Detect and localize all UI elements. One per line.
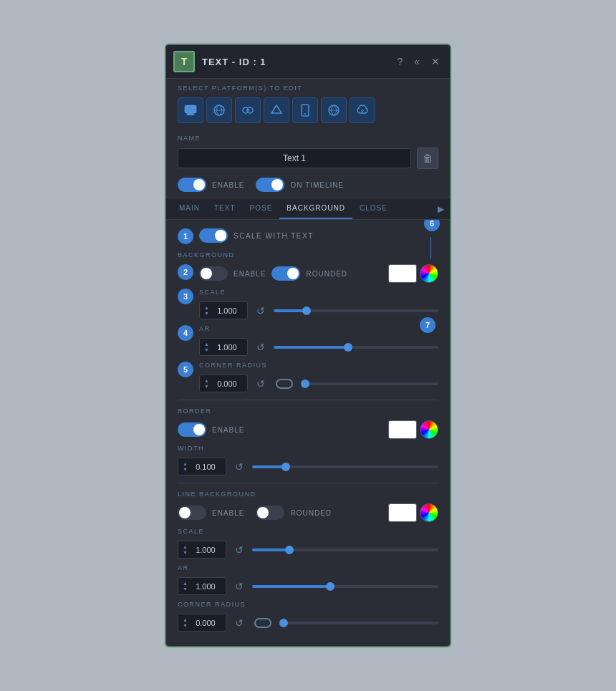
delete-button[interactable]: 🗑 bbox=[417, 148, 438, 169]
panel-title: TEXT - ID : 1 bbox=[202, 57, 387, 67]
ar-up[interactable]: ▲ bbox=[204, 342, 209, 347]
line-bg-ar-reset[interactable]: ↺ bbox=[232, 579, 246, 594]
scale-reset[interactable]: ↺ bbox=[254, 304, 268, 318]
platform-btn-4[interactable] bbox=[292, 97, 318, 123]
tabs-row: MAIN TEXT POSE BACKGROUND CLOSE ▶ bbox=[166, 198, 450, 220]
platform-btn-5[interactable] bbox=[321, 97, 347, 123]
close-button[interactable]: ✕ bbox=[428, 54, 443, 69]
line-bg-scale-spinner[interactable]: ▲ ▼ bbox=[183, 544, 188, 555]
annotation-3: 3 bbox=[178, 289, 193, 304]
platform-btn-6[interactable] bbox=[350, 97, 375, 123]
background-rounded-label: ROUNDED bbox=[306, 270, 347, 278]
line-bg-ar-spinner[interactable]: ▲ ▼ bbox=[183, 581, 188, 591]
tab-text[interactable]: TEXT bbox=[207, 198, 243, 219]
scale-with-text-row: SCALE WITH TEXT bbox=[199, 228, 438, 243]
line-bg-scale-slider[interactable] bbox=[252, 549, 438, 551]
tab-pose[interactable]: POSE bbox=[243, 198, 280, 219]
border-width-label: WIDTH bbox=[178, 445, 438, 452]
line-bg-rounded-toggle[interactable] bbox=[256, 506, 284, 520]
line-bg-ar-up[interactable]: ▲ bbox=[183, 581, 188, 586]
line-bg-color-swatch[interactable] bbox=[388, 503, 417, 522]
back-button[interactable]: « bbox=[411, 54, 423, 69]
border-width-value[interactable] bbox=[188, 463, 223, 471]
scale-input[interactable]: ▲ ▼ bbox=[199, 301, 248, 319]
line-bg-color-picker bbox=[388, 503, 438, 522]
annotation-2: 2 bbox=[178, 264, 193, 280]
border-color-swatch[interactable] bbox=[388, 420, 417, 439]
scale-down[interactable]: ▼ bbox=[204, 311, 209, 316]
line-bg-enable-row: ENABLE ROUNDED bbox=[178, 503, 438, 522]
corner-radius-down[interactable]: ▼ bbox=[204, 384, 209, 389]
corner-radius-value[interactable] bbox=[209, 380, 245, 388]
corner-radius-spinner[interactable]: ▲ ▼ bbox=[204, 378, 209, 389]
border-width-slider[interactable] bbox=[252, 465, 438, 468]
line-bg-ar-value[interactable] bbox=[188, 582, 223, 591]
line-bg-scale-input[interactable]: ▲ ▼ bbox=[178, 541, 226, 559]
ar-down[interactable]: ▼ bbox=[204, 347, 209, 352]
scale-spinner[interactable]: ▲ ▼ bbox=[204, 305, 209, 316]
border-section-label: BORDER bbox=[178, 407, 438, 415]
line-bg-ar-down[interactable]: ▼ bbox=[183, 586, 188, 591]
divider-2 bbox=[178, 483, 438, 483]
scale-row: ▲ ▼ ↺ bbox=[199, 301, 438, 319]
border-color-control bbox=[388, 420, 438, 439]
line-bg-ar-input[interactable]: ▲ ▼ bbox=[178, 577, 226, 595]
platform-btn-2[interactable] bbox=[235, 97, 261, 123]
line-bg-scale-down[interactable]: ▼ bbox=[183, 550, 188, 555]
timeline-toggle[interactable] bbox=[256, 178, 284, 192]
corner-radius-reset[interactable]: ↺ bbox=[254, 377, 268, 391]
line-bg-corner-value[interactable] bbox=[188, 619, 223, 627]
svg-point-4 bbox=[247, 107, 253, 113]
line-bg-corner-slider[interactable] bbox=[279, 622, 438, 624]
background-enable-toggle[interactable] bbox=[199, 266, 228, 281]
tab-close[interactable]: CLOSE bbox=[352, 198, 395, 219]
line-bg-corner-spinner[interactable]: ▲ ▼ bbox=[183, 617, 188, 628]
line-bg-enable-toggle[interactable] bbox=[178, 506, 206, 520]
background-rounded-toggle[interactable] bbox=[271, 266, 300, 281]
scale-slider[interactable] bbox=[274, 309, 438, 312]
name-input[interactable] bbox=[178, 148, 411, 168]
help-button[interactable]: ? bbox=[394, 54, 405, 69]
ar-value[interactable] bbox=[209, 343, 245, 352]
background-color-control bbox=[388, 264, 438, 283]
title-bar: T TEXT - ID : 1 ? « ✕ bbox=[166, 45, 450, 79]
line-bg-scale-reset[interactable]: ↺ bbox=[232, 543, 246, 557]
ar-input[interactable]: ▲ ▼ bbox=[199, 338, 248, 356]
background-color-swatch[interactable] bbox=[388, 264, 417, 283]
line-bg-scale-up[interactable]: ▲ bbox=[183, 544, 188, 549]
border-width-up[interactable]: ▲ bbox=[183, 461, 188, 466]
scale-with-text-label: SCALE WITH TEXT bbox=[234, 232, 314, 240]
corner-radius-input[interactable]: ▲ ▼ bbox=[199, 375, 248, 392]
enable-toggle[interactable] bbox=[178, 178, 206, 192]
line-bg-corner-down[interactable]: ▼ bbox=[183, 623, 188, 628]
border-enable-toggle[interactable] bbox=[178, 422, 206, 437]
line-bg-scale-value[interactable] bbox=[188, 546, 223, 554]
corner-radius-slider[interactable] bbox=[301, 382, 438, 385]
background-color-wheel[interactable] bbox=[420, 264, 438, 283]
line-bg-corner-reset[interactable]: ↺ bbox=[232, 616, 246, 630]
ar-reset[interactable]: ↺ bbox=[254, 340, 268, 354]
ar-slider[interactable] bbox=[274, 346, 438, 349]
line-bg-corner-input[interactable]: ▲ ▼ bbox=[178, 614, 226, 632]
tab-arrow[interactable]: ▶ bbox=[438, 204, 444, 214]
line-bg-section-label: LINE BACKGROUND bbox=[178, 491, 438, 498]
border-width-input[interactable]: ▲ ▼ bbox=[178, 458, 226, 475]
scale-up[interactable]: ▲ bbox=[204, 305, 209, 310]
platform-btn-0[interactable] bbox=[178, 97, 203, 123]
line-bg-ar-slider[interactable] bbox=[252, 585, 438, 588]
border-width-down[interactable]: ▼ bbox=[183, 467, 188, 472]
line-bg-corner-up[interactable]: ▲ bbox=[183, 617, 188, 622]
border-color-wheel[interactable] bbox=[420, 420, 438, 439]
corner-radius-up[interactable]: ▲ bbox=[204, 378, 209, 383]
border-width-spinner[interactable]: ▲ ▼ bbox=[183, 461, 188, 472]
scale-value[interactable] bbox=[209, 306, 245, 315]
platform-btn-3[interactable] bbox=[264, 97, 289, 123]
border-color-picker bbox=[388, 420, 438, 439]
platform-btn-1[interactable] bbox=[206, 97, 232, 123]
border-width-reset[interactable]: ↺ bbox=[232, 460, 246, 474]
tab-main[interactable]: MAIN bbox=[172, 198, 207, 219]
scale-with-text-toggle[interactable] bbox=[199, 228, 228, 243]
ar-spinner[interactable]: ▲ ▼ bbox=[204, 342, 209, 352]
tab-background[interactable]: BACKGROUND bbox=[279, 198, 352, 219]
line-bg-color-wheel[interactable] bbox=[420, 503, 438, 522]
